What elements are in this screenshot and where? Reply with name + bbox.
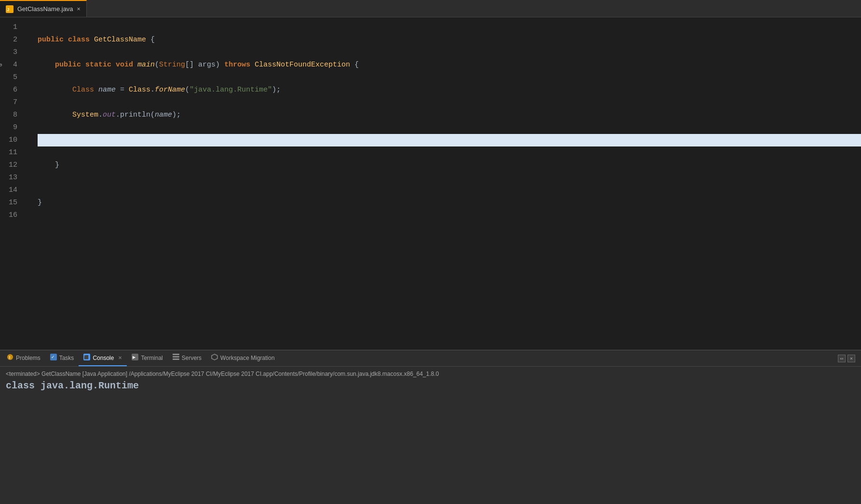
code-line bbox=[38, 172, 861, 184]
code-body[interactable]: public class GetClassName { public stati… bbox=[34, 17, 861, 350]
console-tab-close-icon[interactable]: ✕ bbox=[118, 355, 122, 360]
code-line bbox=[38, 184, 861, 197]
line-number: 1 bbox=[0, 21, 17, 34]
svg-text:✓: ✓ bbox=[51, 355, 55, 359]
code-line bbox=[38, 21, 861, 34]
close-panel-button[interactable]: ✕ bbox=[848, 355, 855, 362]
editor-area: 1234⊖56⚠78910111213141516 public class G… bbox=[0, 17, 861, 350]
servers-tab-icon bbox=[173, 354, 179, 362]
line-number: 2 bbox=[0, 34, 17, 46]
panel-tab-workspace[interactable]: Workspace Migration bbox=[206, 350, 280, 366]
code-line: Class name = Class.forName("java.lang.Ru… bbox=[38, 84, 861, 96]
panel-tab-tasks[interactable]: ✓Tasks bbox=[45, 350, 79, 366]
line-number: 13 bbox=[0, 172, 17, 184]
line-number: 10 bbox=[0, 134, 17, 146]
svg-text:▶: ▶ bbox=[133, 355, 136, 359]
tab-filename: GetClassName.java bbox=[17, 5, 73, 13]
line-number: 5 bbox=[0, 71, 17, 84]
code-line: } bbox=[38, 197, 861, 209]
java-file-icon: J bbox=[6, 5, 13, 13]
console-tab-label: Console bbox=[93, 355, 114, 361]
line-number: 3 bbox=[0, 46, 17, 59]
line-number: 15 bbox=[0, 197, 17, 209]
editor-tab-bar: J GetClassName.java ✕ bbox=[0, 0, 861, 17]
panel-tab-terminal[interactable]: ▶Terminal bbox=[127, 350, 167, 366]
minimize-panel-button[interactable]: ▭ bbox=[838, 355, 846, 362]
line-number: 11 bbox=[0, 146, 17, 159]
code-line bbox=[38, 134, 861, 146]
code-container: 1234⊖56⚠78910111213141516 public class G… bbox=[0, 17, 861, 350]
console-terminated-line: <terminated> GetClassName [Java Applicat… bbox=[6, 370, 855, 378]
svg-text:J: J bbox=[7, 8, 9, 13]
panel-tab-bar: !Problems✓Tasks⬛Console✕▶TerminalServers… bbox=[0, 350, 861, 367]
problems-tab-icon: ! bbox=[7, 354, 13, 362]
code-line bbox=[38, 121, 861, 134]
svg-rect-11 bbox=[173, 356, 179, 358]
svg-text:⬛: ⬛ bbox=[84, 355, 89, 359]
line-numbers: 1234⊖56⚠78910111213141516 bbox=[0, 17, 25, 350]
panel-tab-console[interactable]: ⬛Console✕ bbox=[79, 350, 127, 366]
code-line bbox=[38, 146, 861, 159]
line-number: 7 bbox=[0, 96, 17, 109]
code-line bbox=[38, 71, 861, 84]
console-output: class java.lang.Runtime bbox=[6, 380, 855, 391]
line-number: 6⚠ bbox=[0, 84, 17, 96]
code-line bbox=[38, 209, 861, 222]
editor-gutter bbox=[25, 17, 34, 350]
code-line bbox=[38, 46, 861, 59]
problems-tab-label: Problems bbox=[16, 355, 40, 361]
debug-arrow-icon: ⊖ bbox=[0, 59, 2, 71]
panel-tab-problems[interactable]: !Problems bbox=[2, 350, 45, 366]
panel-tab-servers[interactable]: Servers bbox=[168, 350, 206, 366]
tasks-tab-label: Tasks bbox=[59, 355, 74, 361]
servers-tab-label: Servers bbox=[182, 355, 202, 361]
code-line bbox=[38, 96, 861, 109]
code-line: } bbox=[38, 159, 861, 172]
console-content: <terminated> GetClassName [Java Applicat… bbox=[0, 367, 861, 504]
line-number: 8 bbox=[0, 109, 17, 121]
tab-close-button[interactable]: ✕ bbox=[77, 6, 81, 12]
code-line: public static void main(String[] args) t… bbox=[38, 59, 861, 71]
svg-marker-13 bbox=[212, 354, 217, 360]
console-tab-icon: ⬛ bbox=[83, 354, 90, 362]
line-number: 4⊖ bbox=[0, 59, 17, 71]
bottom-panel: !Problems✓Tasks⬛Console✕▶TerminalServers… bbox=[0, 350, 861, 504]
workspace-tab-label: Workspace Migration bbox=[220, 355, 275, 361]
terminal-tab-icon: ▶ bbox=[132, 354, 138, 362]
code-line: public class GetClassName { bbox=[38, 34, 861, 46]
code-line: System.out.println(name); bbox=[38, 109, 861, 121]
line-number: 14 bbox=[0, 184, 17, 197]
svg-rect-10 bbox=[173, 354, 179, 355]
svg-rect-12 bbox=[173, 358, 179, 360]
panel-close-buttons: ▭ ✕ bbox=[838, 355, 859, 362]
workspace-tab-icon bbox=[211, 354, 218, 362]
line-number: 12 bbox=[0, 159, 17, 172]
terminal-tab-label: Terminal bbox=[141, 355, 162, 361]
tasks-tab-icon: ✓ bbox=[50, 354, 57, 362]
line-number: 9 bbox=[0, 121, 17, 134]
file-tab[interactable]: J GetClassName.java ✕ bbox=[0, 0, 87, 17]
svg-text:!: ! bbox=[9, 355, 11, 360]
line-number: 16 bbox=[0, 209, 17, 222]
